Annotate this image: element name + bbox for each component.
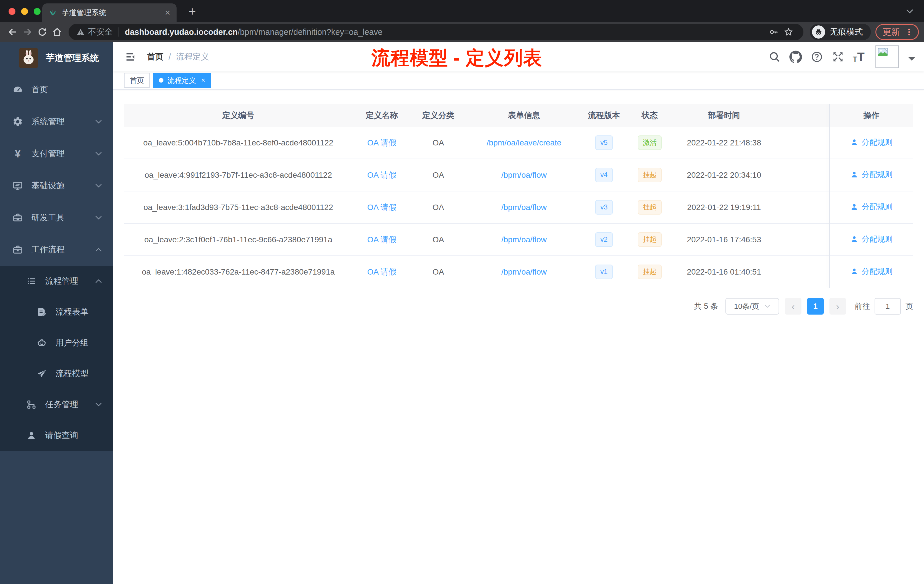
security-label[interactable]: 不安全 (88, 26, 113, 38)
current-page-button[interactable]: 1 (807, 298, 824, 315)
status-badge: 挂起 (638, 200, 662, 214)
definition-id: oa_leave:4:991f2193-7b7f-11ec-a3c8-acde4… (124, 171, 353, 180)
sidebar-item-process-model[interactable]: 流程模型 (0, 358, 113, 389)
font-size-icon[interactable]: TT (853, 51, 865, 63)
assign-rule-link[interactable]: 分配规则 (850, 234, 893, 244)
sidebar-item-process-management[interactable]: 流程管理 (0, 266, 113, 297)
breadcrumb-home[interactable]: 首页 (147, 51, 163, 63)
update-label[interactable]: 更新 (883, 26, 900, 38)
definition-category: OA (411, 171, 465, 180)
page-size-value: 10条/页 (734, 302, 759, 312)
definition-category: OA (411, 235, 465, 244)
window-minimize-button[interactable] (21, 8, 28, 15)
sidebar-item-home[interactable]: 首页 (0, 74, 113, 106)
definition-name-link[interactable]: OA 请假 (367, 267, 396, 276)
breadcrumb-current: 流程定义 (176, 51, 209, 63)
search-icon[interactable] (768, 50, 781, 63)
column-header[interactable]: 定义名称 (353, 110, 411, 121)
help-icon[interactable] (810, 50, 823, 63)
definition-name-link[interactable]: OA 请假 (367, 235, 396, 244)
tab-search-chevron-icon[interactable] (906, 8, 914, 14)
column-header[interactable]: 表单信息 (465, 110, 582, 121)
home-icon[interactable] (50, 25, 64, 40)
window-close-button[interactable] (8, 8, 15, 15)
chevron-down-icon (95, 402, 102, 407)
column-header[interactable]: 流程版本 (582, 110, 625, 121)
form-link[interactable]: /bpm/oa/flow (502, 267, 547, 276)
window-maximize-button[interactable] (34, 8, 41, 15)
form-link[interactable]: /bpm/oa/leave/create (487, 138, 561, 147)
sidebar-item-label: 流程表单 (55, 306, 113, 318)
fullscreen-icon[interactable] (832, 50, 845, 63)
prev-page-button[interactable]: ‹ (785, 298, 802, 315)
version-badge: v5 (595, 135, 612, 150)
sidebar-collapse-icon[interactable] (125, 51, 136, 63)
column-header[interactable]: 定义分类 (411, 110, 465, 121)
person-icon (850, 203, 858, 211)
tab-close-icon[interactable]: × (165, 8, 170, 17)
sidebar-item-dev-tools[interactable]: 研发工具 (0, 202, 113, 234)
assign-rule-link[interactable]: 分配规则 (850, 170, 893, 180)
dashboard-icon (12, 84, 23, 96)
table-row: oa_leave:1:482ec033-762a-11ec-8477-a2380… (124, 256, 913, 288)
assign-rule-label: 分配规则 (862, 266, 893, 277)
back-icon[interactable] (5, 25, 20, 40)
sidebar-item-system[interactable]: 系统管理 (0, 106, 113, 138)
table-row: oa_leave:2:3c1f0ef1-76b1-11ec-9c66-a2380… (124, 224, 913, 256)
column-header[interactable]: 操作 (830, 110, 913, 121)
page-size-select[interactable]: 10条/页 (726, 298, 779, 315)
assign-rule-link[interactable]: 分配规则 (850, 137, 893, 147)
version-badge: v2 (595, 232, 612, 247)
table-row: oa_leave:4:991f2193-7b7f-11ec-a3c8-acde4… (124, 159, 913, 191)
next-page-button[interactable]: › (830, 298, 846, 315)
form-link[interactable]: /bpm/oa/flow (502, 235, 547, 244)
chevron-down-icon (95, 151, 102, 156)
app-logo-row[interactable]: 芋道管理系统 (0, 42, 113, 74)
browser-tab[interactable]: 芋道管理系统 × (42, 3, 177, 22)
select-chevron-down-icon (764, 304, 771, 308)
tag-home[interactable]: 首页 (124, 73, 150, 88)
window-controls[interactable] (8, 8, 41, 15)
browser-update-button[interactable]: 更新 (875, 24, 919, 40)
sidebar-item-infrastructure[interactable]: 基础设施 (0, 170, 113, 202)
github-icon[interactable] (789, 50, 802, 63)
security-warning-icon[interactable] (76, 27, 85, 36)
tab-title: 芋道管理系统 (62, 8, 160, 18)
sidebar-item-process-form[interactable]: 流程表单 (0, 297, 113, 327)
reload-icon[interactable] (35, 25, 50, 40)
sidebar-item-user-group[interactable]: 用户分组 (0, 327, 113, 358)
toolbox-icon (12, 212, 23, 223)
main-area: 首页 / 流程定义 TT (113, 42, 924, 584)
forward-icon[interactable] (20, 25, 35, 40)
definition-name-link[interactable]: OA 请假 (367, 138, 396, 147)
tag-process-definition[interactable]: 流程定义 × (153, 73, 211, 88)
column-header[interactable]: 状态 (625, 110, 674, 121)
definition-name-link[interactable]: OA 请假 (367, 203, 396, 212)
url-bar[interactable]: 不安全 dashboard.yudao.iocoder.cn /bpm/mana… (69, 24, 804, 40)
tag-label: 首页 (130, 76, 144, 85)
bookmark-star-icon[interactable] (781, 25, 796, 40)
tags-view: 首页 流程定义 × (113, 71, 924, 90)
column-header[interactable]: 部署时间 (674, 110, 774, 121)
password-key-icon[interactable] (766, 25, 781, 40)
assign-rule-link[interactable]: 分配规则 (850, 202, 893, 212)
breadcrumb: 首页 / 流程定义 (147, 51, 209, 63)
avatar[interactable] (875, 45, 899, 68)
form-link[interactable]: /bpm/oa/flow (502, 171, 547, 180)
tag-close-icon[interactable]: × (201, 76, 205, 84)
sidebar-item-workflow[interactable]: 工作流程 (0, 234, 113, 266)
deploy-time: 2022-01-22 21:48:38 (674, 138, 774, 147)
avatar-caret-down-icon[interactable] (908, 57, 916, 64)
version-badge: v1 (595, 265, 612, 279)
status-badge: 挂起 (638, 168, 662, 182)
new-tab-button[interactable]: + (188, 5, 196, 18)
definition-category: OA (411, 138, 465, 147)
sidebar-item-task-management[interactable]: 任务管理 (0, 389, 113, 420)
column-header[interactable]: 定义编号 (124, 110, 353, 121)
sidebar-item-payment[interactable]: ¥ 支付管理 (0, 138, 113, 170)
form-link[interactable]: /bpm/oa/flow (502, 203, 547, 212)
assign-rule-link[interactable]: 分配规则 (850, 266, 893, 277)
definition-name-link[interactable]: OA 请假 (367, 171, 396, 180)
goto-page-input[interactable] (874, 298, 901, 315)
sidebar-item-leave-query[interactable]: 请假查询 (0, 420, 113, 451)
